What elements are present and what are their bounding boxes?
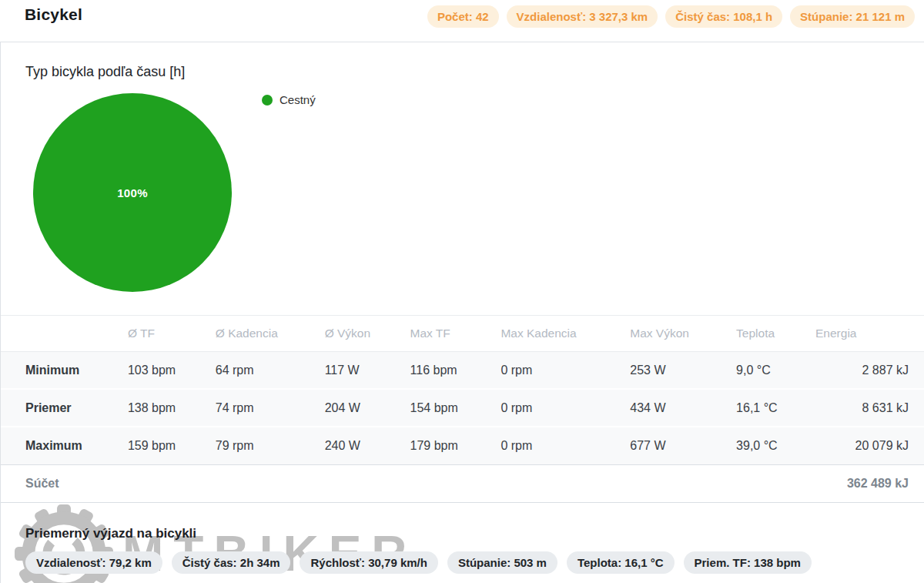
empty-header <box>1 316 128 352</box>
column-header-avg-power: Ø Výkon <box>325 316 410 352</box>
bike-stats-page: Bicykel Počet: 42 Vzdialenosť: 3 327,3 k… <box>0 0 924 583</box>
cell: 79 rpm <box>216 427 325 465</box>
cell: 138 bpm <box>128 390 216 427</box>
cell: 179 bpm <box>410 427 501 465</box>
avg-temperature-badge: Teplota: 16,1 °C <box>567 551 675 574</box>
table-row-average: Priemer 138 bpm 74 rpm 204 W 154 bpm 0 r… <box>1 390 924 427</box>
legend-dot-icon <box>262 95 273 106</box>
chart-section: Typ bicykla podľa času [h] 100% Cestný <box>1 42 924 292</box>
cell: 103 bpm <box>128 352 216 390</box>
cell: 159 bpm <box>128 427 216 465</box>
cell: 0 rpm <box>500 390 630 427</box>
table-row-minimum: Minimum 103 bpm 64 rpm 117 W 116 bpm 0 r… <box>1 352 924 390</box>
chart-title: Typ bicykla podľa času [h] <box>25 64 899 80</box>
column-header-max-tf: Max TF <box>410 316 501 352</box>
avg-climb-badge: Stúpanie: 503 m <box>447 551 557 574</box>
avg-tf-badge: Priem. TF: 138 bpm <box>684 551 812 574</box>
cell: 39,0 °C <box>736 427 815 465</box>
pie-chart-wrap: 100% <box>33 93 232 292</box>
cell: 2 887 kJ <box>815 352 924 390</box>
count-badge: Počet: 42 <box>427 5 499 28</box>
column-header-avg-cadence: Ø Kadencia <box>216 316 325 352</box>
cell: 74 rpm <box>216 390 325 427</box>
average-ride-title: Priemerný výjazd na bicykli <box>25 526 899 541</box>
cell: 253 W <box>630 352 736 390</box>
column-header-temperature: Teplota <box>736 316 815 352</box>
stats-table: Ø TF Ø Kadencia Ø Výkon Max TF Max Kaden… <box>1 315 924 503</box>
pie-chart: 100% <box>33 93 232 292</box>
average-ride-badges: Vzdialenosť: 79,2 km Čistý čas: 2h 34m R… <box>25 551 899 574</box>
chart-body: 100% Cestný <box>25 93 899 292</box>
cell: 240 W <box>325 427 410 465</box>
cell: 154 bpm <box>410 390 501 427</box>
cell: 16,1 °C <box>736 390 815 427</box>
avg-time-badge: Čistý čas: 2h 34m <box>172 551 291 574</box>
avg-distance-badge: Vzdialenosť: 79,2 km <box>25 551 162 574</box>
legend-item[interactable]: Cestný <box>262 93 316 106</box>
summary-spacer <box>128 465 815 503</box>
summary-badges: Počet: 42 Vzdialenosť: 3 327,3 km Čistý … <box>427 5 915 28</box>
avg-speed-badge: Rýchlosť: 30,79 km/h <box>300 551 437 574</box>
pie-center-label: 100% <box>117 186 148 199</box>
climb-badge: Stúpanie: 21 121 m <box>790 5 915 28</box>
legend-label: Cestný <box>280 93 316 106</box>
column-header-max-cadence: Max Kadencia <box>500 316 630 352</box>
cell: 434 W <box>630 390 736 427</box>
cell: 116 bpm <box>410 352 501 390</box>
cell: 204 W <box>325 390 410 427</box>
cell: 0 rpm <box>500 427 630 465</box>
column-header-avg-tf: Ø TF <box>128 316 216 352</box>
cell: 8 631 kJ <box>815 390 924 427</box>
page-title: Bicykel <box>25 5 82 24</box>
table-header-row: Ø TF Ø Kadencia Ø Výkon Max TF Max Kaden… <box>1 316 924 352</box>
cell: 117 W <box>325 352 410 390</box>
cell: 9,0 °C <box>736 352 815 390</box>
summary-value: 362 489 kJ <box>815 465 924 503</box>
table-row-maximum: Maximum 159 bpm 79 rpm 240 W 179 bpm 0 r… <box>1 427 924 465</box>
summary-row: Súčet 362 489 kJ <box>1 465 924 503</box>
time-badge: Čistý čas: 108,1 h <box>665 5 782 28</box>
row-label: Priemer <box>1 390 128 427</box>
distance-badge: Vzdialenosť: 3 327,3 km <box>507 5 658 28</box>
summary-label: Súčet <box>1 465 128 503</box>
row-label: Maximum <box>1 427 128 465</box>
column-header-energy: Energia <box>815 316 924 352</box>
content-area: Typ bicykla podľa času [h] 100% Cestný <box>0 42 924 583</box>
cell: 64 rpm <box>216 352 325 390</box>
column-header-max-power: Max Výkon <box>630 316 736 352</box>
cell: 677 W <box>630 427 736 465</box>
row-label: Minimum <box>1 352 128 390</box>
cell: 0 rpm <box>500 352 630 390</box>
average-ride-section: MTBIKER Priemerný výjazd na bicykli Vzdi… <box>1 503 924 574</box>
cell: 20 079 kJ <box>815 427 924 465</box>
page-header: Bicykel Počet: 42 Vzdialenosť: 3 327,3 k… <box>0 0 924 42</box>
